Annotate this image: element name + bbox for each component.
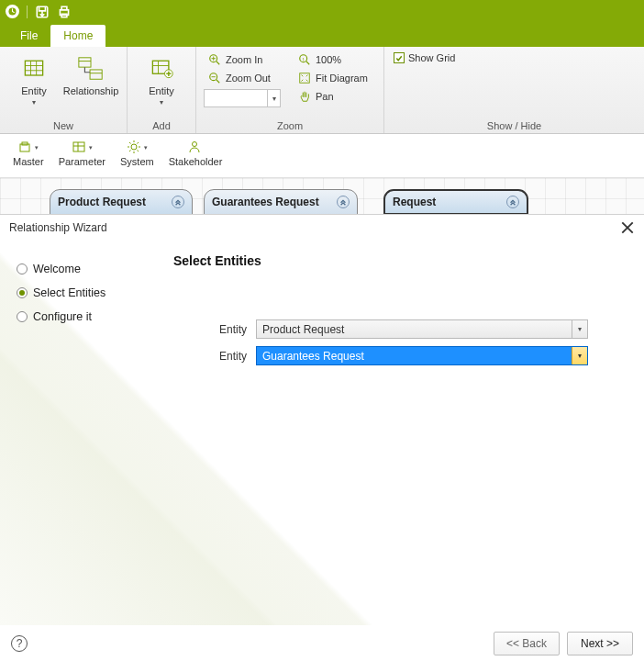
system-button[interactable]: ▾ System — [115, 138, 160, 174]
entity-add-icon — [147, 54, 176, 84]
zoom-out-button[interactable]: Zoom Out — [204, 69, 286, 87]
step-configure-label: Configure it — [33, 310, 92, 323]
back-button[interactable]: << Back — [494, 632, 560, 655]
svg-rect-3 — [61, 6, 67, 9]
svg-rect-10 — [79, 58, 91, 67]
entity2-dropdown[interactable]: Guarantees Request ▾ — [256, 346, 588, 365]
relationship-wizard: Relationship Wizard Welcome Select Entit… — [0, 214, 644, 661]
stakeholder-label: Stakeholder — [169, 156, 223, 167]
svg-rect-33 — [73, 142, 84, 151]
svg-line-25 — [217, 80, 220, 84]
entity1-dropdown[interactable]: Product Request ▾ — [256, 319, 588, 339]
chevron-down-icon: ▾ — [144, 144, 148, 151]
titlebar — [0, 0, 644, 23]
step-select-entities[interactable]: Select Entities — [17, 286, 159, 299]
fit-diagram-label: Fit Diagram — [316, 73, 368, 84]
ribbon-group-zoom: Zoom In Zoom Out ▾ 1 100% — [196, 47, 384, 133]
next-button[interactable]: Next >> — [567, 632, 633, 655]
wizard-footer: ? << Back Next >> — [0, 625, 644, 661]
diagram-canvas[interactable]: Product RequestGuarantees RequestRequest — [0, 178, 644, 215]
chevron-down-icon: ▾ — [160, 98, 163, 106]
print-icon[interactable] — [57, 5, 72, 19]
parameter-button[interactable]: ▾ Parameter — [53, 138, 111, 174]
zoom-percent-dropdown[interactable]: ▾ — [268, 89, 281, 107]
zoom-100-button[interactable]: 1 100% — [294, 50, 376, 69]
zoom-100-icon: 1 — [297, 52, 312, 67]
radio-checked-icon — [17, 287, 28, 298]
pan-label: Pan — [316, 91, 334, 102]
new-relationship-label: Relationship — [63, 85, 119, 96]
svg-line-28 — [306, 62, 310, 65]
system-label: System — [120, 156, 154, 167]
ribbon-tabs: File Home — [0, 23, 644, 47]
zoom-percent-input[interactable] — [204, 89, 268, 107]
step-configure[interactable]: Configure it — [17, 310, 159, 323]
master-button[interactable]: ▾ Master — [7, 138, 50, 174]
step-welcome-label: Welcome — [33, 263, 81, 275]
wizard-main: Select Entities Entity Product Request ▾… — [170, 244, 644, 625]
stakeholder-button[interactable]: Stakeholder — [163, 138, 228, 174]
add-entity-label: Entity — [149, 85, 174, 96]
toolbar-secondary: ▾ Master ▾ Parameter ▾ System Stakeholde… — [0, 134, 644, 178]
svg-rect-30 — [300, 73, 310, 84]
close-icon[interactable] — [620, 220, 635, 235]
canvas-entity[interactable]: Guarantees Request — [204, 189, 358, 215]
svg-point-36 — [131, 144, 137, 150]
canvas-entity-label: Request — [393, 196, 436, 208]
ribbon-group-showhide: Show Grid Show / Hide — [384, 47, 644, 133]
zoom-100-label: 100% — [316, 54, 341, 65]
chevron-down-icon: ▾ — [572, 347, 587, 364]
zoom-out-label: Zoom Out — [226, 73, 271, 84]
ribbon: Entity ▾ Relationship New Entity ▾ Add — [0, 47, 644, 134]
help-button[interactable]: ? — [11, 635, 28, 652]
add-entity-button[interactable]: Entity ▾ — [135, 50, 188, 110]
collapse-icon[interactable] — [337, 196, 350, 208]
new-relationship-button[interactable]: Relationship — [62, 50, 119, 110]
tab-home[interactable]: Home — [50, 25, 105, 47]
checkbox-checked-icon — [394, 52, 405, 63]
save-icon[interactable] — [35, 5, 50, 19]
fit-diagram-button[interactable]: Fit Diagram — [294, 69, 376, 87]
show-grid-label: Show Grid — [408, 52, 455, 63]
zoom-in-icon — [207, 52, 222, 67]
ribbon-group-zoom-label: Zoom — [204, 118, 376, 131]
parameter-icon — [72, 140, 88, 156]
show-grid-checkbox[interactable]: Show Grid — [392, 50, 637, 65]
svg-line-43 — [129, 151, 131, 152]
entity2-label: Entity — [173, 350, 247, 363]
zoom-out-icon — [207, 71, 222, 85]
ribbon-group-add-label: Add — [135, 118, 188, 131]
zoom-in-label: Zoom In — [226, 54, 262, 65]
canvas-entity[interactable]: Product Request — [50, 189, 193, 215]
svg-rect-5 — [25, 61, 42, 75]
pan-button[interactable]: Pan — [294, 87, 376, 106]
ribbon-group-showhide-label: Show / Hide — [392, 118, 637, 131]
zoom-in-button[interactable]: Zoom In — [204, 50, 286, 69]
radio-unchecked-icon — [17, 311, 28, 322]
svg-rect-12 — [90, 70, 102, 79]
wizard-title: Relationship Wizard — [9, 221, 107, 234]
canvas-entity-label: Guarantees Request — [212, 196, 319, 208]
entity-icon — [19, 54, 49, 84]
title-separator — [27, 6, 28, 18]
entity1-label: Entity — [173, 323, 247, 336]
wizard-header: Relationship Wizard — [0, 215, 644, 244]
svg-line-21 — [217, 62, 220, 65]
collapse-icon[interactable] — [506, 196, 519, 208]
tab-file[interactable]: File — [7, 25, 50, 47]
pan-icon — [297, 89, 312, 104]
canvas-entity[interactable]: Request — [383, 189, 528, 215]
step-welcome[interactable]: Welcome — [17, 263, 159, 275]
collapse-icon[interactable] — [172, 196, 184, 208]
svg-text:1: 1 — [302, 57, 305, 62]
ribbon-group-new-label: New — [7, 118, 119, 131]
svg-line-42 — [137, 151, 139, 152]
chevron-down-icon: ▾ — [572, 320, 587, 338]
entity2-value: Guarantees Request — [262, 350, 364, 363]
new-entity-button[interactable]: Entity ▾ — [7, 50, 61, 110]
svg-point-45 — [193, 142, 197, 147]
wizard-steps: Welcome Select Entities Configure it — [0, 244, 170, 625]
ribbon-group-new: Entity ▾ Relationship New — [0, 47, 128, 133]
wizard-heading: Select Entities — [173, 253, 622, 268]
relationship-icon — [76, 54, 105, 84]
